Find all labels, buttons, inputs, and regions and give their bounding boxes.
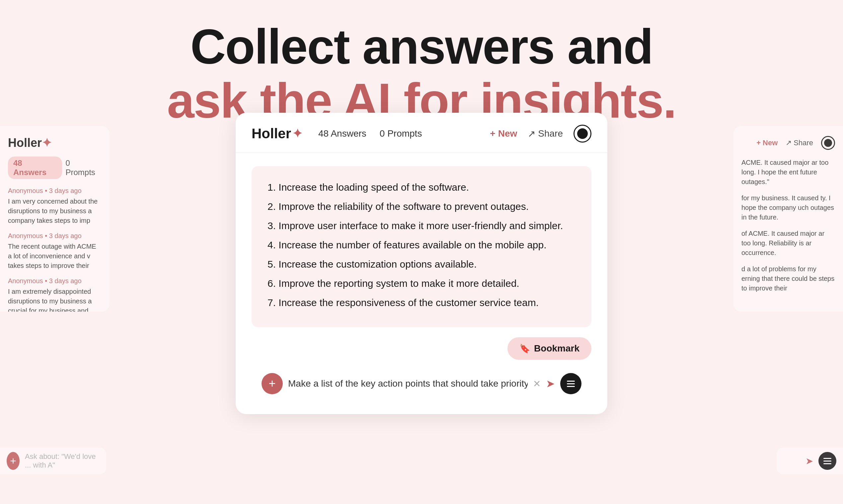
list-item-6: 6. Improve the reporting system to make … [268,275,575,291]
avatar-inner [577,128,588,139]
bg-answers-badge: 48 Answers [8,157,62,179]
chat-input[interactable] [288,378,528,389]
card-content: 1. Increase the loading speed of the sof… [236,153,607,414]
ai-response-list: 1. Increase the loading speed of the sof… [268,179,575,311]
menu-lines [567,381,575,387]
share-arrow-icon: ↗ [528,128,535,139]
bg-right-answer-4: d a lot of problems for my erning that t… [741,264,835,293]
send-button[interactable]: ➤ [546,377,555,390]
bg-right-answer-1: ACME. It caused major ar too long. I hop… [741,158,835,187]
new-label: New [498,128,517,139]
bg-answer-1: Anonymous • 3 days ago I am very concern… [8,187,102,226]
list-item-2: 2. Improve the reliability of the softwa… [268,199,575,215]
list-item-3: 3. Improve user interface to make it mor… [268,218,575,234]
share-button[interactable]: ↗ Share [528,128,563,139]
share-label: Share [538,128,563,139]
input-plus-button[interactable]: + [261,373,283,394]
bg-input-placeholder: Ask about: "We'd love ... with A" [25,452,100,469]
bookmark-row: 🔖 Bookmark [252,337,591,360]
new-button[interactable]: + New [490,128,517,139]
new-plus-icon: + [490,128,495,139]
bookmark-button[interactable]: 🔖 Bookmark [507,337,591,360]
main-card: Holler✦ 48 Answers 0 Prompts + New ↗ Sha… [236,113,607,414]
bookmark-icon: 🔖 [519,343,530,354]
card-input-row: + ✕ ➤ [252,366,591,404]
bg-answer-2: Anonymous • 3 days ago The recent outage… [8,232,102,271]
bg-stats-bar: 48 Answers 0 Prompts [8,157,102,179]
bg-menu-btn-right [819,452,836,470]
avatar-button[interactable] [573,125,591,143]
list-item-4: 4. Increase the number of features avail… [268,237,575,253]
bg-right-panel: + New ↗ Share ACME. It caused major ar t… [734,126,843,312]
bg-bottom-left-bar: + Ask about: "We'd love ... with A" [0,448,106,474]
menu-button[interactable] [560,373,582,394]
card-stats: 48 Answers 0 Prompts [318,128,490,139]
answers-count: 48 Answers [318,128,366,139]
prompts-count: 0 Prompts [380,128,422,139]
bg-prompts: 0 Prompts [65,157,102,179]
bg-bottom-right-bar: ➤ [777,448,843,474]
input-plus-icon: + [269,378,275,390]
ai-response-box: 1. Increase the loading speed of the sof… [252,166,591,327]
card-header: Holler✦ 48 Answers 0 Prompts + New ↗ Sha… [236,113,607,153]
card-logo: Holler✦ [252,126,302,142]
list-item-5: 5. Increase the customization options av… [268,256,575,272]
bookmark-label: Bookmark [534,343,580,354]
clear-input-button[interactable]: ✕ [533,378,541,389]
bg-answer-3: Anonymous • 3 days ago I am extremely di… [8,277,102,312]
list-item-1: 1. Increase the loading speed of the sof… [268,179,575,195]
bg-plus-btn: + [7,452,20,470]
clear-icon: ✕ [533,379,541,389]
bg-send-icon-right: ➤ [806,455,813,467]
logo-spark-icon: ✦ [292,127,302,141]
hero-line1: Collect answers and [0,20,843,74]
list-item-7: 7. Increase the responsiveness of the cu… [268,295,575,311]
bg-left-panel: Holler✦ 48 Answers 0 Prompts Anonymous •… [0,126,109,312]
send-icon: ➤ [546,378,555,390]
card-header-actions: + New ↗ Share [490,125,591,143]
bg-right-answer-2: for my business. It caused ty. I hope th… [741,193,835,222]
bg-right-answer-3: of ACME. It caused major ar too long. Re… [741,229,835,258]
